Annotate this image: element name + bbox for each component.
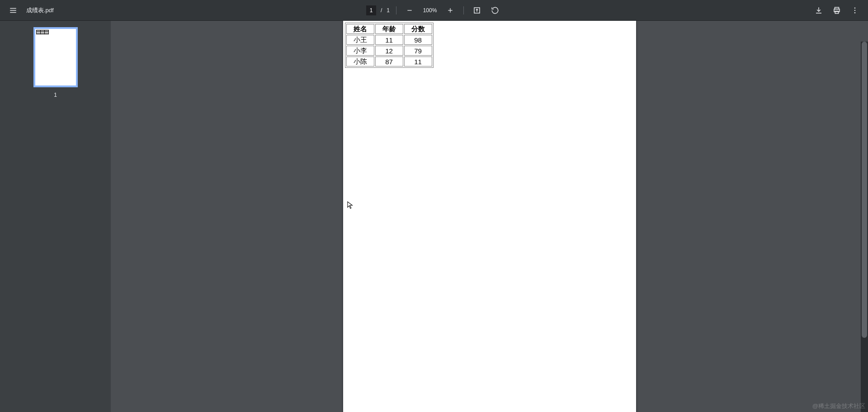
cell-name: 小李 (346, 46, 374, 56)
zoom-level: 100% (421, 7, 439, 14)
cell-score: 79 (404, 46, 432, 56)
download-button[interactable] (812, 4, 826, 17)
toolbar: 成绩表.pdf / 1 100% (0, 0, 868, 21)
print-button[interactable] (830, 4, 844, 17)
page-total: 1 (387, 7, 390, 14)
table-header-row: 姓名 年龄 分数 (346, 24, 432, 34)
cell-name: 小王 (346, 35, 374, 45)
divider (463, 6, 464, 14)
page-number-input[interactable] (366, 5, 376, 15)
column-header-name: 姓名 (346, 24, 374, 34)
svg-point-15 (854, 12, 855, 13)
scrollbar[interactable] (861, 42, 868, 412)
page-viewport[interactable]: 姓名 年龄 分数 小王 11 98 小李 12 79 (111, 21, 868, 412)
column-header-age: 年龄 (375, 24, 403, 34)
table-row: 小王 11 98 (346, 35, 432, 45)
column-header-score: 分数 (404, 24, 432, 34)
page-thumbnail[interactable] (33, 27, 78, 87)
document-title: 成绩表.pdf (26, 6, 54, 14)
thumbnail-panel: 1 (0, 21, 111, 412)
pdf-page: 姓名 年龄 分数 小王 11 98 小李 12 79 (343, 21, 636, 412)
zoom-in-button[interactable] (443, 4, 457, 17)
thumbnail-page-number: 1 (54, 92, 57, 98)
toolbar-left: 成绩表.pdf (0, 4, 136, 17)
toolbar-right (812, 4, 868, 17)
fit-to-page-button[interactable] (470, 4, 484, 17)
cell-name: 小陈 (346, 57, 374, 66)
svg-point-14 (854, 9, 855, 10)
rotate-button[interactable] (488, 4, 502, 17)
table-row: 小陈 87 11 (346, 57, 432, 66)
cell-score: 11 (404, 57, 432, 66)
page-separator: / (381, 7, 382, 14)
cell-age: 12 (375, 46, 403, 56)
toolbar-center: / 1 100% (366, 0, 502, 20)
svg-point-13 (854, 7, 855, 8)
table-row: 小李 12 79 (346, 46, 432, 56)
menu-button[interactable] (6, 4, 20, 17)
divider (396, 6, 396, 14)
grades-table: 姓名 年龄 分数 小王 11 98 小李 12 79 (345, 23, 434, 68)
cell-score: 98 (404, 35, 432, 45)
more-options-button[interactable] (848, 4, 862, 17)
cell-age: 87 (375, 57, 403, 66)
cell-age: 11 (375, 35, 403, 45)
main-area: 1 姓名 年龄 分数 小王 11 98 (0, 21, 868, 412)
scrollbar-thumb[interactable] (862, 42, 867, 338)
zoom-out-button[interactable] (403, 4, 416, 17)
